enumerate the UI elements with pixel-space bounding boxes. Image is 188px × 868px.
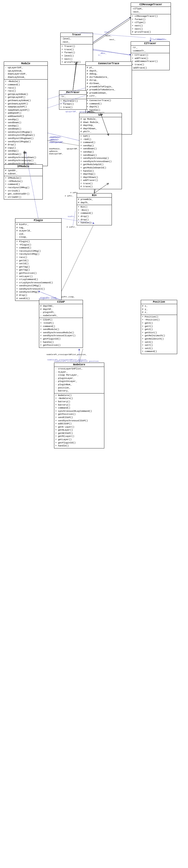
method-item: + sendSynchronousCILayer() xyxy=(40,334,82,338)
method-item: + IPModule() xyxy=(5,177,42,180)
method-item: # writeTrace() xyxy=(132,31,170,34)
svg-text:downModule_: downModule_ xyxy=(49,148,61,150)
method-item: + sendSyncCIMsgUp() xyxy=(5,140,47,144)
PktTracer-methods: + PktTracer() + format() + trace() xyxy=(59,99,86,110)
method-item: + format() xyxy=(61,51,92,55)
method-item: + Position() xyxy=(142,315,176,319)
Tracer-fields: -level_ -next_ xyxy=(60,37,93,44)
method-item: + sendCISAP() xyxy=(55,416,103,419)
method-item: + sendSynchronousModule() xyxy=(40,331,82,335)
method-item: + sendSynchronousCI() xyxy=(16,287,60,291)
PktTracer-title: PktTracer xyxy=(59,91,86,95)
field-item: # binPtr_ xyxy=(16,223,60,226)
method-item: # copy() xyxy=(5,147,47,150)
method-item: + ~IPModule() xyxy=(5,180,42,183)
field-item: -tr_ xyxy=(60,95,85,98)
svg-text:tr_commonTr_: tr_commonTr_ xyxy=(151,38,166,40)
method-item: + level() xyxy=(61,55,92,58)
IPModule-methods: + IPModule() + ~IPModule() + command() +… xyxy=(4,176,43,199)
method-item: + trace() xyxy=(132,63,168,66)
method-item: + sendDown() xyxy=(80,147,120,151)
Position-title: Position xyxy=(141,300,177,304)
method-item: + command() xyxy=(16,246,60,250)
svg-line-25 xyxy=(73,63,77,90)
NodeCore-fields: - crossLayerSAPlist_ - nLayer_ - clsap P… xyxy=(54,367,104,394)
Module-methods: + ~Module() + command() + recv() + recv(… xyxy=(4,80,48,166)
method-item: + command() xyxy=(87,102,131,106)
method-item: + ~SAP() xyxy=(80,138,120,141)
method-item: # sendUp() xyxy=(5,150,47,153)
method-item: + ~Module() xyxy=(5,80,47,83)
method-item: + format() xyxy=(60,103,85,106)
Position-methods: + Position() + ~Position() + getX() + ge… xyxy=(141,315,177,354)
method-item: + trace() xyxy=(61,48,92,52)
ConnectorTrace-fields: # pt_ # depth_ # debug_ # dirToNodeCore_… xyxy=(86,66,132,99)
PktTracer-fields: -tr_ xyxy=(59,95,86,99)
method-item: + setY() xyxy=(142,344,176,347)
CIMessageTracer-box: CIMessageTracer -cIType_ -next_ + cIMess… xyxy=(131,2,171,35)
method-item: + depthDown() xyxy=(80,176,120,179)
method-item: + sendSyncCIMsgDown() xyxy=(5,137,47,140)
field-item: # ipAddr_ xyxy=(5,169,42,173)
method-item: + next() xyxy=(132,24,170,28)
field-item: # tag_ xyxy=(16,226,60,229)
method-item: + depthUp() xyxy=(80,173,120,176)
NodeCore-title: NodeCore xyxy=(54,363,104,367)
method-item: + addCISAP() xyxy=(55,422,103,426)
method-item: + sendSynchronousDown() xyxy=(80,160,120,163)
Plugin-box: Plugin # binPtr_ # tag_ # uLayerld_ - ui… xyxy=(15,218,61,301)
method-item: + NodeCore() xyxy=(55,394,103,397)
Bin-box: Bin # preamble_ # depTh_ + Bin() + ~Bin(… xyxy=(77,193,112,225)
field-item: # down Module_ xyxy=(80,121,120,124)
method-item: + getNLayer() xyxy=(55,429,103,432)
method-item: + getM(Layer() xyxy=(55,435,103,438)
svg-text:upLayerSAP_: upLayerSAP_ xyxy=(66,148,78,150)
NodeCore-methods: + NodeCore() + ~NodeCore() + battery() +… xyxy=(54,394,104,448)
method-item: + next() xyxy=(132,28,170,31)
field-item: # dirToNodeCore_ xyxy=(87,76,131,79)
method-item: + sendDown() xyxy=(5,127,47,131)
method-item: + drop() xyxy=(78,215,111,218)
method-item: + recv() xyxy=(5,90,47,93)
method-item: + Plugin() xyxy=(16,240,60,243)
svg-text:binPtr_: binPtr_ xyxy=(68,216,75,218)
method-item: + trace() xyxy=(60,106,85,109)
svg-text:downLayerSAP_: downLayerSAP_ xyxy=(49,153,63,155)
field-item: - battery_ xyxy=(55,390,103,393)
field-item: # dirup_ xyxy=(87,79,131,82)
svg-line-6 xyxy=(48,141,79,146)
method-item: + handle() xyxy=(40,341,82,344)
method-item: + depth() xyxy=(87,105,131,108)
CITracer-methods: + CITracer() + addTrace() + addCommonTra… xyxy=(131,53,169,70)
method-item: + command() xyxy=(5,83,47,87)
method-item: + getPluginId() xyxy=(40,338,82,341)
method-item: + handle() xyxy=(80,169,120,173)
method-item: + command() xyxy=(142,350,176,353)
method-item: + sendModule() xyxy=(40,328,82,331)
pluginptr-label: pluginPtr_clsap_ xyxy=(39,297,58,300)
CIMessageTracer-fields: -cIType_ -next_ xyxy=(131,7,171,14)
SAP-box: SAP # up Module_ # down Module_ # depthU… xyxy=(79,113,122,189)
field-item: # pktTr_ xyxy=(80,130,120,133)
method-item: + format() xyxy=(132,18,170,21)
method-item: + getLayer() xyxy=(55,438,103,441)
method-item: + sendUp() xyxy=(80,144,120,148)
method-item: + ~Position() xyxy=(142,318,176,322)
field-item: # x_ xyxy=(142,305,176,308)
field-item: - pluginInLayer_ xyxy=(55,380,103,383)
method-item: + recvSyncCIMMsg() xyxy=(5,186,42,189)
CITracer-title: CITracer xyxy=(131,42,169,46)
method-item: + ~Bin() xyxy=(78,209,111,212)
method-item: + getTag() xyxy=(16,266,60,269)
Plugin-methods: + Plugin() + ~Plugin() + command() + rec… xyxy=(15,240,61,301)
method-item: + recv() xyxy=(5,87,47,90)
svg-text:upModule_: upModule_ xyxy=(49,150,59,152)
CIMessageTracer-methods: + cIMessageTracer() + format() + cIType(… xyxy=(131,14,171,34)
method-item: + handle() xyxy=(78,221,111,225)
CITracer-fields: -tr_ -commonTr_ xyxy=(131,46,169,53)
PktTracer-box: PktTracer -tr_ + PktTracer() + format() … xyxy=(59,90,87,110)
diagram-container: tr_commonTr_ next_ next_ downModule_ upM… xyxy=(0,0,188,868)
CISAP-title: CISAP xyxy=(39,300,83,304)
svg-line-49 xyxy=(73,63,76,90)
field-item: # y_ xyxy=(142,308,176,311)
